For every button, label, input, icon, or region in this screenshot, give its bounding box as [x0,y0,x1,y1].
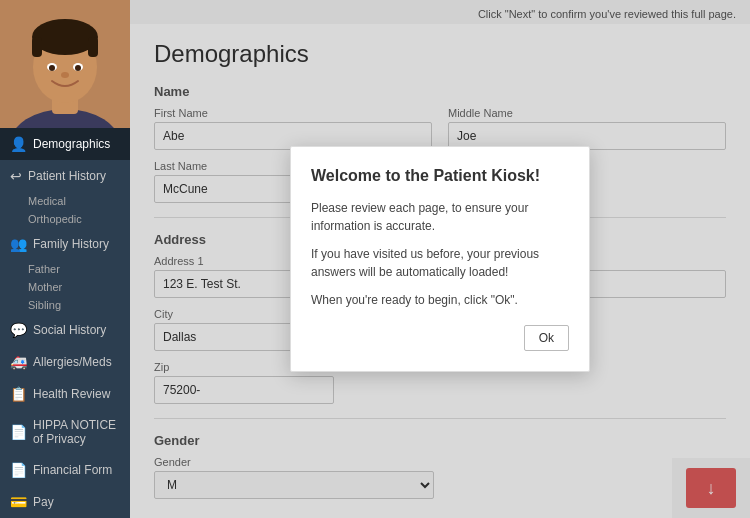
sidebar-label-patient-history: Patient History [28,169,106,183]
sidebar-item-health-review[interactable]: 📋 Health Review [0,378,130,410]
main-area: Click "Next" to confirm you've reviewed … [130,0,750,518]
sidebar-sub-sibling[interactable]: Sibling [0,296,130,314]
sidebar-item-demographics[interactable]: 👤 Demographics [0,128,130,160]
modal-body-2: If you have visited us before, your prev… [311,245,569,281]
sidebar-sub-mother[interactable]: Mother [0,278,130,296]
sidebar-item-family-history[interactable]: 👥 Family History [0,228,130,260]
sidebar-sub-orthopedic[interactable]: Orthopedic [0,210,130,228]
demographics-icon: 👤 [10,136,27,152]
financial-form-icon: 📄 [10,462,27,478]
sidebar-item-patient-history[interactable]: ↩ Patient History [0,160,130,192]
svg-point-10 [75,65,81,71]
family-history-icon: 👥 [10,236,27,252]
sidebar: 👤 Demographics ↩ Patient History Medical… [0,0,130,518]
sidebar-label-allergies-meds: Allergies/Meds [33,355,112,369]
sidebar-item-financial-form[interactable]: 📄 Financial Form [0,454,130,486]
sidebar-label-health-review: Health Review [33,387,110,401]
svg-rect-6 [88,37,98,57]
sidebar-label-financial-form: Financial Form [33,463,112,477]
sidebar-label-demographics: Demographics [33,137,110,151]
patient-history-icon: ↩ [10,168,22,184]
svg-rect-5 [32,37,42,57]
avatar [0,0,130,128]
modal-body: Please review each page, to ensure your … [311,199,569,309]
allergies-icon: 🚑 [10,354,27,370]
pay-icon: 💳 [10,494,27,510]
svg-point-9 [49,65,55,71]
welcome-modal: Welcome to the Patient Kiosk! Please rev… [290,146,590,372]
modal-overlay: Welcome to the Patient Kiosk! Please rev… [130,0,750,518]
sidebar-item-social-history[interactable]: 💬 Social History [0,314,130,346]
modal-title: Welcome to the Patient Kiosk! [311,167,569,185]
sidebar-label-family-history: Family History [33,237,109,251]
sidebar-item-hippa[interactable]: 📄 HIPPA NOTICE of Privacy [0,410,130,454]
modal-footer: Ok [311,325,569,351]
avatar-container [0,0,130,128]
sidebar-label-hippa: HIPPA NOTICE of Privacy [33,418,120,446]
sidebar-item-allergies-meds[interactable]: 🚑 Allergies/Meds [0,346,130,378]
svg-point-11 [61,72,69,78]
modal-body-1: Please review each page, to ensure your … [311,199,569,235]
sidebar-sub-medical[interactable]: Medical [0,192,130,210]
sidebar-label-pay: Pay [33,495,54,509]
sidebar-sub-father[interactable]: Father [0,260,130,278]
ok-button[interactable]: Ok [524,325,569,351]
modal-body-3: When you're ready to begin, click "Ok". [311,291,569,309]
social-history-icon: 💬 [10,322,27,338]
health-review-icon: 📋 [10,386,27,402]
hippa-icon: 📄 [10,424,27,440]
sidebar-label-social-history: Social History [33,323,106,337]
sidebar-item-pay[interactable]: 💳 Pay [0,486,130,518]
